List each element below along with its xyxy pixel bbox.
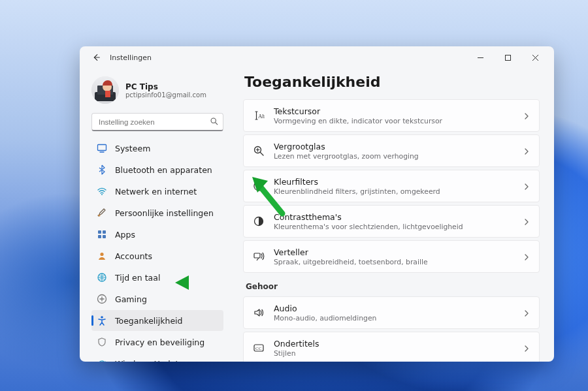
chevron-right-icon <box>523 145 530 157</box>
svg-rect-11 <box>98 235 101 238</box>
sidebar-item-privacy[interactable]: Privacy en beveiliging <box>91 332 223 352</box>
svg-rect-6 <box>98 145 106 151</box>
card-subtitle: Kleurenblindheid filters, grijstinten, o… <box>274 187 514 196</box>
account-block[interactable]: PC Tips pctipsinfo01@gmail.com <box>91 74 223 112</box>
sidebar: PC Tips pctipsinfo01@gmail.com Systeem <box>80 69 231 362</box>
chevron-right-icon <box>523 342 530 354</box>
sidebar-item-label: Systeem <box>115 144 150 153</box>
section-title-gehoor: Gehoor <box>246 282 540 291</box>
card-subtitle: Mono-audio, audiomeldingen <box>274 314 514 322</box>
accessibility-icon <box>97 315 107 326</box>
sidebar-item-label: Gaming <box>115 294 147 304</box>
settings-list: Ab Tekstcursor Vormgeving en dikte, indi… <box>243 99 541 362</box>
paintbrush-icon <box>97 208 107 218</box>
settings-window: Instellingen <box>80 46 554 362</box>
bluetooth-icon <box>97 164 107 175</box>
svg-rect-23 <box>254 253 260 258</box>
close-button[interactable] <box>521 48 549 67</box>
sidebar-item-label: Netwerk en internet <box>115 187 197 196</box>
card-vergrootglas[interactable]: Vergrootglas Lezen met vergrootglas, zoo… <box>243 134 540 167</box>
card-subtitle: Kleurenthema's voor slechtzienden, licht… <box>274 223 514 231</box>
sidebar-item-bluetooth[interactable]: Bluetooth en apparaten <box>91 159 223 180</box>
account-name: PC Tips <box>125 82 206 91</box>
narrator-icon <box>253 251 265 262</box>
card-subtitle: Stijlen <box>274 349 514 358</box>
sidebar-item-label: Toegankelijkheid <box>115 316 183 326</box>
card-tekstcursor[interactable]: Ab Tekstcursor Vormgeving en dikte, indi… <box>243 99 540 132</box>
avatar-illustration-icon <box>92 78 118 104</box>
close-icon <box>532 54 539 61</box>
sidebar-item-label: Privacy en beveiliging <box>115 337 204 347</box>
sidebar-item-toegankelijkheid[interactable]: Toegankelijkheid <box>91 310 223 331</box>
annotation-arrow-main <box>250 174 289 220</box>
sidebar-item-label: Windows Update <box>115 359 184 362</box>
titlebar: Instellingen <box>80 46 554 69</box>
search-input[interactable] <box>91 113 223 131</box>
desktop-wallpaper: Instellingen <box>0 0 588 391</box>
card-title: Kleurfilters <box>274 177 514 187</box>
svg-rect-4 <box>105 91 110 97</box>
account-email: pctipsinfo01@gmail.com <box>125 91 206 99</box>
person-icon <box>97 251 107 261</box>
chevron-right-icon <box>523 251 530 263</box>
chevron-right-icon <box>523 215 530 228</box>
sidebar-item-label: Apps <box>115 230 135 240</box>
minimize-button[interactable] <box>466 48 494 67</box>
shield-icon <box>97 337 107 347</box>
magnifier-plus-icon <box>253 145 265 157</box>
card-subtitle: Lezen met vergrootglas, zoom verhoging <box>274 152 514 161</box>
gaming-icon <box>97 294 107 304</box>
speaker-icon <box>253 307 265 319</box>
sidebar-item-netwerk[interactable]: Netwerk en internet <box>91 181 223 202</box>
sidebar-item-label: Persoonlijke instellingen <box>115 208 214 218</box>
card-title: Ondertitels <box>274 339 514 349</box>
windows-update-icon <box>97 358 107 362</box>
card-title: Vergrootglas <box>274 142 514 151</box>
card-subtitle: Vormgeving en dikte, indicator voor teks… <box>274 117 514 125</box>
card-title: Audio <box>274 304 514 313</box>
card-verteller[interactable]: Verteller Spraak, uitgebreidheid, toetse… <box>243 240 540 273</box>
sidebar-item-apps[interactable]: Apps <box>91 224 223 245</box>
sidebar-item-persoonlijk[interactable]: Persoonlijke instellingen <box>91 202 223 223</box>
back-button[interactable] <box>89 50 103 65</box>
card-audio[interactable]: Audio Mono-audio, audiomeldingen <box>243 296 540 329</box>
page-title: Toegankelijkheid <box>244 74 541 90</box>
svg-text:Ab: Ab <box>258 113 265 119</box>
card-title: Verteller <box>274 247 514 257</box>
svg-rect-12 <box>103 235 106 238</box>
svg-rect-10 <box>103 230 106 234</box>
cc-icon: CC <box>253 342 265 354</box>
apps-icon <box>97 229 107 240</box>
sidebar-item-windows-update[interactable]: Windows Update <box>91 353 223 362</box>
chevron-right-icon <box>523 307 530 319</box>
card-title: Tekstcursor <box>274 106 514 116</box>
text-cursor-icon: Ab <box>253 110 265 121</box>
avatar <box>91 76 119 104</box>
sidebar-item-accounts[interactable]: Accounts <box>91 245 223 266</box>
search-icon <box>210 117 218 127</box>
svg-text:CC: CC <box>255 346 262 351</box>
sidebar-item-label: Tijd en taal <box>115 273 160 283</box>
sidebar-item-label: Bluetooth en apparaten <box>115 165 212 175</box>
svg-rect-0 <box>505 55 510 60</box>
wifi-icon <box>97 186 107 196</box>
annotation-arrow-sidebar <box>173 273 219 292</box>
maximize-icon <box>504 54 512 61</box>
minimize-icon <box>477 54 484 61</box>
window-title: Instellingen <box>110 54 152 62</box>
card-ondertitels[interactable]: CC Ondertitels Stijlen <box>243 332 540 362</box>
svg-point-16 <box>101 316 103 319</box>
sidebar-nav: Systeem Bluetooth en apparaten Netwerk e… <box>91 138 223 362</box>
arrow-left-icon <box>91 53 101 62</box>
svg-point-8 <box>98 214 100 216</box>
svg-point-5 <box>211 118 216 123</box>
sidebar-item-systeem[interactable]: Systeem <box>91 138 223 159</box>
svg-point-13 <box>100 253 103 256</box>
svg-point-7 <box>101 194 103 195</box>
maximize-button[interactable] <box>494 48 521 67</box>
sidebar-item-label: Accounts <box>115 251 152 261</box>
chevron-right-icon <box>523 110 530 122</box>
system-icon <box>97 143 107 153</box>
clock-globe-icon <box>97 272 107 283</box>
svg-rect-9 <box>98 230 101 234</box>
